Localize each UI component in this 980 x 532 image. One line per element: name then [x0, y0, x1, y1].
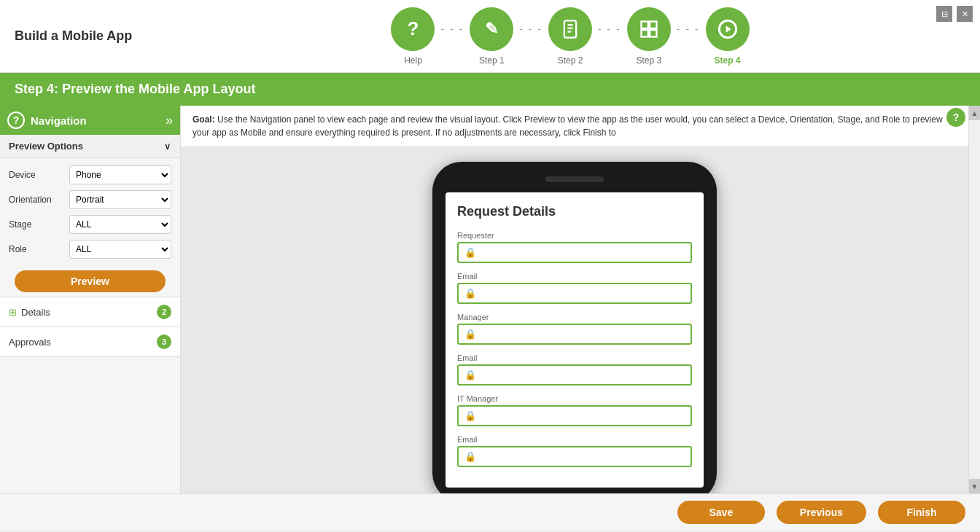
- bottom-bar: Save Previous Finish: [0, 493, 980, 530]
- field-input-itmanager: 🔒: [457, 405, 692, 426]
- device-label: Device: [9, 170, 63, 180]
- previous-button[interactable]: Previous: [777, 501, 866, 524]
- lock-icon: 🔒: [464, 369, 476, 380]
- step-label-3: Step 3: [636, 55, 661, 66]
- phone-field-email1: Email 🔒: [457, 272, 692, 304]
- save-button[interactable]: Save: [677, 501, 765, 524]
- field-label-manager: Manager: [457, 313, 692, 321]
- field-label-itmanager: IT Manager: [457, 394, 692, 403]
- nav-item-label-approvals: Approvals: [9, 337, 157, 348]
- phone-field-requester: Requester 🔒: [457, 231, 692, 263]
- field-label-requester: Requester: [457, 231, 692, 240]
- nav-item-badge-details: 2: [157, 305, 171, 319]
- preview-button[interactable]: Preview: [15, 270, 166, 292]
- step-circle-1[interactable]: ✎: [470, 7, 513, 51]
- step-circle-4[interactable]: [706, 7, 750, 51]
- orientation-select[interactable]: Portrait Landscape: [69, 190, 171, 209]
- lock-icon: 🔒: [464, 288, 476, 299]
- step-circle-2[interactable]: [548, 7, 592, 51]
- phone-area: Request Details Requester 🔒 Email: [181, 147, 968, 493]
- close-button[interactable]: ✕: [957, 6, 973, 22]
- step-circle-help[interactable]: ?: [391, 7, 435, 51]
- nav-item-label-details: Details: [21, 307, 157, 318]
- step-label-help: Help: [404, 55, 422, 66]
- sidebar: ? Navigation » Preview Options ∨ Device …: [0, 106, 181, 493]
- step-dash-3: - - -: [598, 23, 621, 35]
- scroll-up-button[interactable]: ▲: [969, 106, 981, 120]
- step-label-2: Step 2: [558, 55, 583, 66]
- step-label-4: Step 4: [715, 55, 741, 66]
- step-dash-1: - - -: [440, 23, 464, 35]
- svg-rect-7: [650, 30, 656, 36]
- nav-help-button[interactable]: ?: [7, 112, 25, 129]
- step-dash-2: - - -: [519, 23, 542, 35]
- step-dash-4: - - -: [677, 23, 700, 35]
- field-input-email3: 🔒: [457, 446, 692, 467]
- orientation-row: Orientation Portrait Landscape: [9, 190, 171, 209]
- phone-field-itmanager: IT Manager 🔒: [457, 394, 692, 426]
- content-help-button[interactable]: ?: [946, 108, 965, 127]
- list-item[interactable]: Approvals 3: [0, 327, 180, 357]
- svg-rect-4: [641, 21, 648, 28]
- list-item[interactable]: ⊞ Details 2: [0, 297, 180, 327]
- phone-mockup: Request Details Requester 🔒 Email: [432, 162, 717, 493]
- field-label-email3: Email: [457, 435, 692, 444]
- app-title: Build a Mobile App: [15, 28, 175, 44]
- wizard-step-3: Step 3: [627, 7, 671, 66]
- stage-row: Stage ALL Draft Active: [9, 215, 171, 234]
- top-bar: Build a Mobile App ? Help - - - ✎ Step 1…: [0, 0, 980, 73]
- role-label: Role: [9, 244, 63, 254]
- preview-options-title: Preview Options: [9, 141, 83, 152]
- scrollbar: ▲ ▼: [968, 106, 980, 493]
- goal-text: Use the Navigation panel to view each pa…: [192, 114, 943, 138]
- lock-icon: 🔒: [464, 329, 476, 340]
- lock-icon: 🔒: [464, 410, 476, 421]
- stage-select[interactable]: ALL Draft Active: [69, 215, 171, 234]
- field-input-email1: 🔒: [457, 283, 692, 304]
- field-label-email1: Email: [457, 272, 692, 281]
- wizard-step-help: ? Help: [391, 7, 435, 66]
- svg-rect-6: [641, 30, 648, 36]
- field-input-email2: 🔒: [457, 364, 692, 386]
- role-select[interactable]: ALL Admin User: [69, 240, 171, 259]
- nav-chevron-icon: »: [166, 113, 173, 128]
- device-row: Device Phone Tablet: [9, 165, 171, 184]
- goal-label: Goal:: [192, 114, 215, 125]
- wizard-step-1: ✎ Step 1: [470, 7, 513, 66]
- phone-screen-title: Request Details: [457, 204, 692, 219]
- goal-bar: Goal: Use the Navigation panel to view e…: [181, 106, 968, 147]
- finish-button[interactable]: Finish: [878, 501, 965, 524]
- phone-screen: Request Details Requester 🔒 Email: [446, 192, 704, 488]
- wizard-step-2: Step 2: [548, 7, 592, 66]
- stage-label: Stage: [9, 219, 63, 230]
- step-header-title: Step 4: Preview the Mobile App Layout: [15, 82, 255, 96]
- nav-header: ? Navigation »: [0, 106, 180, 135]
- minimize-button[interactable]: ⊟: [936, 6, 952, 22]
- field-input-requester: 🔒: [457, 242, 692, 263]
- orientation-label: Orientation: [9, 195, 63, 205]
- preview-form: Device Phone Tablet Orientation Portrait…: [0, 158, 180, 266]
- preview-options-header[interactable]: Preview Options ∨: [0, 135, 180, 158]
- grid-icon: ⊞: [9, 307, 17, 318]
- lock-icon: 🔒: [464, 451, 476, 462]
- phone-field-email2: Email 🔒: [457, 353, 692, 386]
- nav-item-badge-approvals: 3: [157, 335, 171, 349]
- role-row: Role ALL Admin User: [9, 240, 171, 259]
- svg-rect-5: [650, 21, 656, 28]
- svg-marker-9: [726, 26, 731, 32]
- nav-title: Navigation: [31, 114, 160, 127]
- field-label-email2: Email: [457, 353, 692, 362]
- step-circle-3[interactable]: [627, 7, 671, 51]
- step-label-1: Step 1: [479, 55, 505, 66]
- content-area: Goal: Use the Navigation panel to view e…: [181, 106, 980, 493]
- device-select[interactable]: Phone Tablet: [69, 165, 171, 184]
- preview-options-chevron: ∨: [164, 141, 171, 152]
- lock-icon: 🔒: [464, 247, 476, 258]
- phone-field-email3: Email 🔒: [457, 435, 692, 467]
- phone-speaker: [545, 176, 604, 182]
- wizard-step-4: Step 4: [706, 7, 750, 66]
- scroll-down-button[interactable]: ▼: [969, 479, 981, 493]
- step-header: Step 4: Preview the Mobile App Layout: [0, 73, 980, 106]
- wizard-steps: ? Help - - - ✎ Step 1 - - - Step 2 - - -…: [175, 7, 965, 66]
- phone-field-manager: Manager 🔒: [457, 313, 692, 345]
